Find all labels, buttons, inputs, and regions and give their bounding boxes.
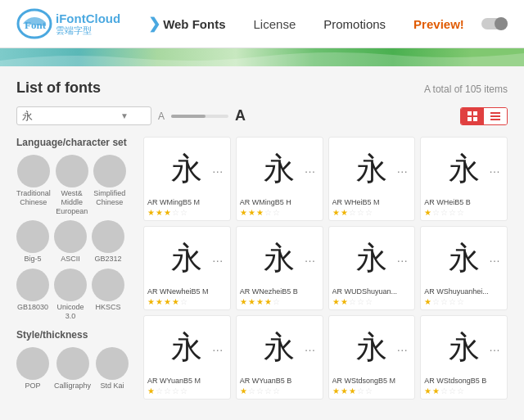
sidebar-item-gb2312[interactable]: GB2312 <box>92 220 124 264</box>
font-preview-char: 永 <box>449 332 480 363</box>
nav-preview[interactable]: Preview! <box>402 12 476 36</box>
font-preview-char: 永 <box>264 242 295 273</box>
font-card[interactable]: 永 … AR WNewheiB5 M ★★★★☆ <box>143 226 231 310</box>
circle-traditional-chinese <box>17 155 50 187</box>
font-card[interactable]: 永 … AR WHeiB5 M ★★☆☆☆ <box>328 137 416 221</box>
search-box[interactable]: ▼ <box>16 106 151 125</box>
font-preview-char: 永 <box>171 153 202 184</box>
font-stars: ★★★★☆ <box>147 297 227 306</box>
nav-promotions[interactable]: Promotions <box>312 12 397 36</box>
font-preview-dots: … <box>396 162 408 175</box>
toggle-switch[interactable] <box>481 18 508 29</box>
font-stars: ★☆☆☆☆ <box>147 386 227 395</box>
font-card[interactable]: 永 … AR WUDShuyuan... ★★☆☆☆ <box>328 226 416 310</box>
star-icon: ★ <box>147 297 155 306</box>
header: Font iFontCloud 雲端字型 Web Fonts License P… <box>0 0 524 48</box>
star-icon: ★ <box>172 297 179 306</box>
star-icon: ☆ <box>172 386 179 395</box>
star-icon: ★ <box>341 386 348 395</box>
font-preview-char: 永 <box>171 242 202 273</box>
view-list-button[interactable] <box>484 108 507 124</box>
font-preview-dots: … <box>212 341 224 354</box>
circle-label-gb2312: GB2312 <box>94 255 121 264</box>
nav-license[interactable]: License <box>242 12 308 36</box>
brand-cn: 雲端字型 <box>56 25 120 35</box>
font-preview: 永 … <box>332 230 412 286</box>
star-icon: ☆ <box>349 208 356 217</box>
font-preview-char: 永 <box>171 332 202 363</box>
star-icon: ★ <box>256 208 264 217</box>
star-icon: ☆ <box>365 386 373 395</box>
circle-pop <box>16 347 49 380</box>
sidebar-circles-row2: Big-5 ASCII GB2312 <box>16 220 135 264</box>
star-icon: ★ <box>424 208 431 217</box>
font-card[interactable]: 永 … AR WHeiB5 B ★☆☆☆☆ <box>420 137 508 221</box>
dropdown-arrow-icon[interactable]: ▼ <box>120 111 129 120</box>
star-icon: ☆ <box>248 386 255 395</box>
sidebar-section2-title: Style/thickness <box>16 329 135 341</box>
font-stars: ★★☆☆☆ <box>332 297 412 306</box>
star-icon: ★ <box>341 297 348 306</box>
svg-rect-6 <box>490 112 500 114</box>
sidebar-item-traditional-chinese[interactable]: TraditionalChinese <box>16 155 51 215</box>
circle-gb18030 <box>16 269 49 301</box>
star-icon: ☆ <box>164 386 171 395</box>
star-icon: ★ <box>424 297 431 306</box>
sidebar-item-pop[interactable]: POP <box>16 347 49 391</box>
font-grid: 永 … AR WMingB5 M ★★★☆☆ 永 … AR WMingB5 H … <box>143 137 508 400</box>
star-icon: ★ <box>256 297 264 306</box>
star-icon: ☆ <box>357 297 364 306</box>
star-icon: ☆ <box>273 208 280 217</box>
font-card[interactable]: 永 … AR WMingB5 M ★★★☆☆ <box>143 137 231 221</box>
star-icon: ☆ <box>264 208 272 217</box>
circle-big5 <box>16 220 49 253</box>
sidebar-item-calligraphy[interactable]: Calligraphy <box>54 347 91 391</box>
font-stars: ★★☆☆☆ <box>332 208 412 217</box>
sidebar-item-stdkai[interactable]: Std Kai <box>96 347 129 391</box>
font-stars: ★★★☆☆ <box>147 208 227 217</box>
logo-area[interactable]: Font iFontCloud 雲端字型 <box>16 8 120 39</box>
font-card[interactable]: 永 … AR WNezheiB5 B ★★★★☆ <box>236 226 323 310</box>
font-card[interactable]: 永 … AR WYuanB5 B ★☆☆☆☆ <box>236 315 323 400</box>
search-input[interactable] <box>22 110 120 122</box>
font-preview: 永 … <box>147 230 227 286</box>
star-icon: ☆ <box>357 208 364 217</box>
font-size-big-label: A <box>235 107 246 124</box>
sidebar-item-unicode[interactable]: Unicode3.0 <box>54 269 87 321</box>
page-title: List of fonts <box>16 79 101 97</box>
circle-simplified-chinese <box>93 155 126 187</box>
font-card[interactable]: 永 … AR WMingB5 H ★★★☆☆ <box>236 137 323 221</box>
font-size-slider[interactable] <box>171 115 228 118</box>
sidebar-item-west-middle-european[interactable]: West&MiddleEuropean <box>56 155 88 215</box>
font-name: AR WShuyuanhei... <box>424 287 504 296</box>
nav-web-fonts[interactable]: Web Fonts <box>137 10 237 38</box>
font-preview-dots: … <box>396 251 408 264</box>
font-card[interactable]: 永 … AR WStdsongB5 M ★★★☆☆ <box>328 315 416 400</box>
wave-decoration <box>0 48 524 66</box>
sidebar-item-hkscs[interactable]: HKSCS <box>92 269 124 321</box>
font-name: AR WNezheiB5 B <box>240 287 319 296</box>
view-grid-button[interactable] <box>461 108 484 124</box>
font-card[interactable]: 永 … AR WStdsongB5 B ★★☆☆☆ <box>420 315 508 400</box>
sidebar-item-simplified-chinese[interactable]: SimplifiedChinese <box>93 155 126 215</box>
sidebar-item-ascii[interactable]: ASCII <box>54 220 87 264</box>
star-icon: ★ <box>240 297 247 306</box>
circle-label-simplified-chinese: SimplifiedChinese <box>93 189 125 207</box>
font-card[interactable]: 永 … AR WShuyuanhei... ★☆☆☆☆ <box>420 226 508 310</box>
font-name: AR WStdsongB5 M <box>332 377 412 385</box>
font-name: AR WNewheiB5 M <box>147 287 227 296</box>
sidebar-item-big5[interactable]: Big-5 <box>16 220 49 264</box>
star-icon: ☆ <box>457 297 464 306</box>
font-card[interactable]: 永 … AR WYuanB5 M ★☆☆☆☆ <box>143 315 231 400</box>
sidebar-item-gb18030[interactable]: GB18030 <box>16 269 49 321</box>
font-name: AR WUDShuyuan... <box>332 287 412 296</box>
font-preview: 永 … <box>147 141 227 196</box>
font-preview: 永 … <box>332 319 412 375</box>
font-preview-char: 永 <box>356 242 387 273</box>
sidebar-circles-row1: TraditionalChinese West&MiddleEuropean S… <box>16 155 135 215</box>
star-icon: ☆ <box>440 386 448 395</box>
star-icon: ★ <box>156 208 163 217</box>
star-icon: ★ <box>147 208 155 217</box>
star-icon: ☆ <box>172 208 179 217</box>
font-preview-dots: … <box>305 341 316 354</box>
